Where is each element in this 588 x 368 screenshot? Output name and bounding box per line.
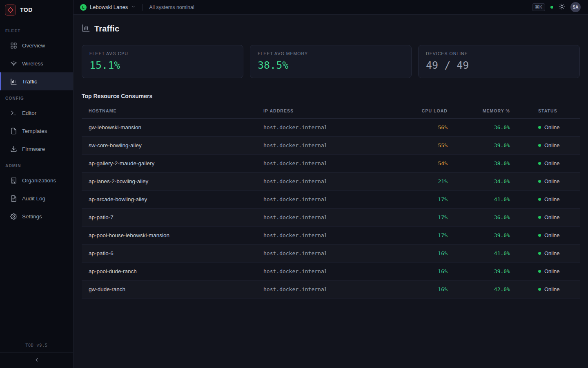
sidebar-item-editor[interactable]: Editor (0, 104, 73, 122)
theme-toggle-button[interactable] (559, 3, 565, 11)
col-status: STATUS (511, 103, 580, 119)
cpu-load-cell: 16% (379, 263, 448, 280)
building-icon (10, 177, 17, 184)
org-selector[interactable]: L Lebowski Lanes (80, 4, 136, 11)
chevron-left-icon (34, 357, 40, 364)
table-row[interactable]: sw-core-bowling-alleyhost.docker.interna… (82, 137, 580, 155)
consumers-table: HOSTNAME IP ADDRESS CPU LOAD MEMORY % ST… (82, 103, 580, 298)
hostname-cell: sw-core-bowling-alley (82, 137, 256, 155)
memory-cell: 38.0% (448, 155, 511, 173)
app-logo-icon (5, 4, 16, 16)
stats-row: FLEET AVG CPU 15.1% FLEET AVG MEMORY 38.… (82, 45, 580, 78)
cpu-load-cell: 17% (379, 191, 448, 209)
col-hostname: HOSTNAME (82, 103, 256, 119)
file-icon (10, 127, 17, 135)
ip-cell: host.docker.internal (256, 227, 379, 245)
cpu-load-cell: 21% (379, 173, 448, 191)
table-row[interactable]: ap-pool-house-lebowski-mansionhost.docke… (82, 227, 580, 245)
online-dot-icon (538, 180, 541, 183)
app-name: TOD (20, 7, 33, 13)
col-cpu-load: CPU LOAD (379, 103, 448, 119)
ip-cell: host.docker.internal (256, 209, 379, 227)
sidebar-item-firmware[interactable]: Firmware (0, 140, 73, 158)
cpu-load-cell: 55% (379, 137, 448, 155)
sidebar-item-organizations[interactable]: Organizations (0, 171, 73, 189)
app-version: TOD v9.5 (0, 343, 73, 352)
online-dot-icon (538, 288, 541, 291)
online-dot-icon (538, 144, 541, 147)
main-content: Traffic FLEET AVG CPU 15.1% FLEET AVG ME… (74, 0, 588, 298)
online-dot-icon (538, 198, 541, 201)
sidebar-item-audit-log[interactable]: Audit Log (0, 189, 73, 207)
table-row[interactable]: ap-arcade-bowling-alleyhost.docker.inter… (82, 191, 580, 209)
sidebar-item-overview[interactable]: Overview (0, 36, 73, 54)
system-status-text: All systems nominal (149, 4, 194, 10)
table-row[interactable]: ap-patio-7host.docker.internal17%36.0%On… (82, 209, 580, 227)
hostname-cell: gw-lebowski-mansion (82, 119, 256, 137)
stat-card-fleet-avg-cpu: FLEET AVG CPU 15.1% (82, 45, 243, 78)
table-row[interactable]: ap-lanes-2-bowling-alleyhost.docker.inte… (82, 173, 580, 191)
sidebar-nav: FLEETOverviewWirelessTrafficCONFIGEditor… (0, 20, 73, 343)
download-icon (10, 145, 17, 153)
ip-cell: host.docker.internal (256, 137, 379, 155)
stat-label: FLEET AVG MEMORY (258, 51, 404, 56)
sidebar-item-traffic[interactable]: Traffic (0, 72, 73, 90)
sidebar-item-label: Templates (22, 128, 47, 134)
user-avatar[interactable]: SA (570, 2, 581, 12)
sidebar-section-label: FLEET (0, 23, 73, 36)
memory-cell: 41.0% (448, 191, 511, 209)
ip-cell: host.docker.internal (256, 119, 379, 137)
org-avatar: L (80, 4, 87, 11)
app-logo[interactable]: TOD (0, 0, 73, 20)
sidebar-item-templates[interactable]: Templates (0, 122, 73, 140)
section-title: Top Resource Consumers (82, 93, 580, 99)
hostname-cell: ap-lanes-2-bowling-alley (82, 173, 256, 191)
table-row[interactable]: gw-dude-ranchhost.docker.internal16%42.0… (82, 280, 580, 298)
sidebar-item-wireless[interactable]: Wireless (0, 54, 73, 72)
memory-cell: 36.0% (448, 119, 511, 137)
sidebar-item-label: Settings (22, 213, 42, 220)
org-name: Lebowski Lanes (90, 4, 128, 10)
ip-cell: host.docker.internal (256, 280, 379, 298)
terminal-icon (10, 109, 17, 117)
top-bar: L Lebowski Lanes All systems nominal ⌘K … (74, 0, 588, 15)
status-cell: Online (511, 209, 580, 227)
sidebar-collapse-button[interactable] (0, 352, 73, 368)
sidebar-section-label: CONFIG (0, 90, 73, 104)
command-palette-shortcut[interactable]: ⌘K (532, 3, 545, 11)
table-row[interactable]: gw-lebowski-mansionhost.docker.internal5… (82, 119, 580, 137)
stat-label: DEVICES ONLINE (426, 51, 572, 56)
memory-cell: 39.0% (448, 227, 511, 245)
sidebar: TOD FLEETOverviewWirelessTrafficCONFIGEd… (0, 0, 74, 368)
cpu-load-cell: 17% (379, 227, 448, 245)
status-cell: Online (511, 137, 580, 155)
memory-cell: 34.0% (448, 173, 511, 191)
bar-chart-icon (82, 24, 90, 34)
divider (142, 4, 143, 11)
online-dot-icon (538, 270, 541, 273)
stat-value: 49 / 49 (426, 59, 572, 71)
status-cell: Online (511, 119, 580, 137)
status-cell: Online (511, 227, 580, 245)
sidebar-section-label: ADMIN (0, 158, 73, 171)
ip-cell: host.docker.internal (256, 155, 379, 173)
table-row[interactable]: ap-patio-6host.docker.internal16%41.0%On… (82, 245, 580, 263)
memory-cell: 39.0% (448, 263, 511, 280)
hostname-cell: ap-arcade-bowling-alley (82, 191, 256, 209)
gear-icon (10, 213, 17, 220)
table-row[interactable]: ap-pool-dude-ranchhost.docker.internal16… (82, 263, 580, 280)
status-cell: Online (511, 263, 580, 280)
ip-cell: host.docker.internal (256, 263, 379, 280)
status-cell: Online (511, 191, 580, 209)
status-cell: Online (511, 155, 580, 173)
sun-icon (559, 3, 565, 11)
hostname-cell: ap-gallery-2-maude-gallery (82, 155, 256, 173)
cpu-load-cell: 56% (379, 119, 448, 137)
table-row[interactable]: ap-gallery-2-maude-galleryhost.docker.in… (82, 155, 580, 173)
online-dot-icon (538, 126, 541, 129)
wifi-icon (10, 60, 17, 67)
sidebar-item-settings[interactable]: Settings (0, 207, 73, 225)
status-cell: Online (511, 173, 580, 191)
memory-cell: 41.0% (448, 245, 511, 263)
cpu-load-cell: 17% (379, 209, 448, 227)
